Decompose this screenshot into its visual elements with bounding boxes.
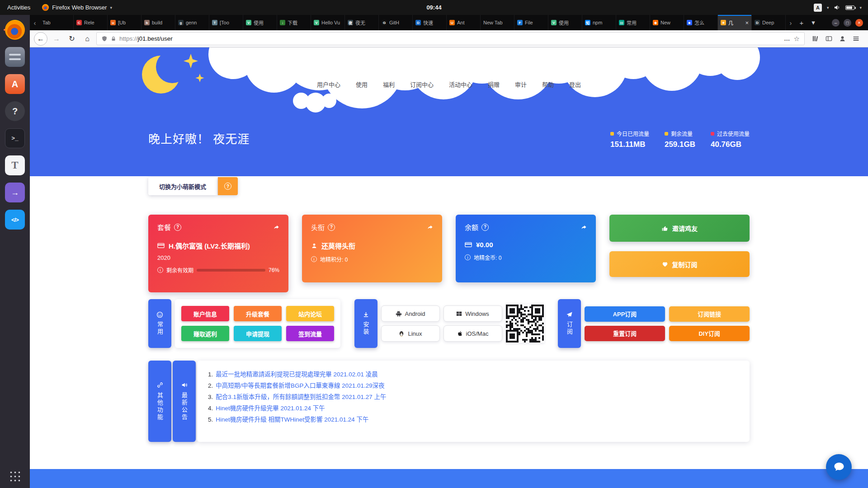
close-button[interactable]: × xyxy=(855,19,863,27)
system-indicators[interactable]: A ▾ ▾ xyxy=(814,4,868,12)
tab-scroll-right-icon[interactable]: › xyxy=(786,15,796,30)
question-icon[interactable]: ? xyxy=(481,224,489,231)
browser-tab[interactable]: C Rele × xyxy=(74,15,108,30)
install-tab[interactable]: 安装 xyxy=(354,299,377,348)
dock-item[interactable] xyxy=(3,208,27,231)
reload-button[interactable]: ↻ xyxy=(66,33,78,45)
browser-tab[interactable]: New Tab × xyxy=(481,15,514,30)
browser-tab[interactable]: ■ 怎么 × xyxy=(684,15,718,30)
new-tab-button[interactable]: + xyxy=(796,15,807,30)
nav-item[interactable]: 订阅中心 xyxy=(410,80,434,89)
share-icon[interactable] xyxy=(273,224,279,230)
browser-tab[interactable]: G GitH × xyxy=(379,15,413,30)
common-action-button[interactable]: 赚取返利 xyxy=(181,326,229,341)
question-icon[interactable]: ? xyxy=(174,224,181,231)
app-menu[interactable]: Firefox Web Browser ▾ xyxy=(38,4,117,11)
dock-item[interactable] xyxy=(3,154,27,177)
common-action-button[interactable]: 申请提现 xyxy=(234,326,282,341)
common-action-button[interactable]: 升级套餐 xyxy=(234,306,282,321)
announcement-link[interactable]: 配合3.1新版本升級，所有餘額調整到抵扣金幣 2021.01.27 上午 xyxy=(216,391,386,403)
browser-tab[interactable]: U Ant × xyxy=(447,15,481,30)
browser-tab[interactable]: D 快速 × xyxy=(413,15,447,30)
browser-tab[interactable]: T [Too × xyxy=(209,15,243,30)
browser-tab[interactable]: V Hello Vu × xyxy=(311,15,345,30)
share-icon[interactable] xyxy=(427,224,433,230)
dock-item[interactable] xyxy=(3,127,27,150)
common-tab[interactable]: 常用 xyxy=(148,299,171,348)
subscribe-action-button[interactable]: APP订阅 xyxy=(585,306,665,322)
back-button[interactable]: ← xyxy=(34,32,47,46)
latest-news-tab[interactable]: 最新公告 xyxy=(173,361,196,442)
browser-tab[interactable]: ↓ 下载 × xyxy=(277,15,311,30)
dock-item[interactable] xyxy=(3,18,27,42)
other-functions-tab[interactable]: 其他功能 xyxy=(148,361,171,442)
nav-item[interactable]: 福利 xyxy=(383,80,395,89)
dock-item[interactable] xyxy=(3,99,27,123)
browser-tab[interactable]: b build × xyxy=(142,15,175,30)
question-icon[interactable]: ? xyxy=(328,224,335,231)
common-action-button[interactable]: 站内论坛 xyxy=(286,306,334,321)
browser-tab[interactable]: 知 npm × xyxy=(582,15,616,30)
url-bar[interactable]: https://j01.best/user … ☆ xyxy=(96,32,805,45)
tab-scroll-left-icon[interactable]: ‹ xyxy=(30,15,40,30)
copy-subscription-button[interactable]: 复制订阅 xyxy=(609,251,750,277)
browser-tab[interactable]: ▤ 常用 × xyxy=(616,15,650,30)
subscribe-action-button[interactable]: DIY订阅 xyxy=(669,326,750,341)
subscribe-action-button[interactable]: 订阅链接 xyxy=(669,306,750,322)
browser-tab[interactable]: F File × xyxy=(514,15,548,30)
share-icon[interactable] xyxy=(580,224,587,230)
platform-button[interactable]: iOS/Mac xyxy=(443,325,502,342)
browser-tab[interactable]: D Deep × xyxy=(752,15,786,30)
shield-icon[interactable] xyxy=(101,36,108,42)
nav-item[interactable]: 活动中心 xyxy=(449,80,472,89)
bookmark-star-icon[interactable]: ☆ xyxy=(794,35,800,43)
home-button[interactable]: ⌂ xyxy=(81,33,94,45)
forward-button[interactable]: → xyxy=(50,33,63,45)
browser-tab[interactable]: ★ 几 × xyxy=(718,15,752,30)
common-action-button[interactable]: 签到流量 xyxy=(286,326,334,341)
announcement-link[interactable]: Hinet機房硬件升級完畢 2021.01.24 下午 xyxy=(216,403,325,414)
dock-item[interactable] xyxy=(3,45,27,69)
browser-tab[interactable]: g genn × xyxy=(175,15,209,30)
page-actions-icon[interactable]: … xyxy=(784,35,791,42)
mode-toggle-help-button[interactable]: ? xyxy=(218,177,238,195)
nav-item[interactable]: 捐赠 xyxy=(488,80,500,89)
announcement-link[interactable]: Hinet機房硬件升級 相關TWHinet受影響 2021.01.24 下午 xyxy=(216,414,368,425)
library-icon[interactable] xyxy=(812,35,819,42)
platform-button[interactable]: Android xyxy=(381,305,440,322)
chat-fab-button[interactable] xyxy=(826,454,852,480)
input-method-icon[interactable]: A xyxy=(814,4,822,12)
browser-tab[interactable]: u [Ub × xyxy=(108,15,142,30)
minimize-button[interactable]: – xyxy=(832,19,840,27)
mode-toggle-button[interactable]: 切换为小萌新模式 xyxy=(148,177,217,195)
battery-icon[interactable] xyxy=(845,5,854,10)
announcement-link[interactable]: 最近一批地精邀請返利提現已提現處理完畢 2021.02.01 凌晨 xyxy=(216,369,378,380)
show-applications-button[interactable] xyxy=(9,470,21,483)
nav-item[interactable]: 用户中心 xyxy=(317,80,340,89)
clock[interactable]: 09:44 xyxy=(426,4,441,11)
tab-close-icon[interactable]: × xyxy=(745,19,749,26)
browser-tab[interactable]: V 使用 × xyxy=(548,15,582,30)
nav-item[interactable]: 使用 xyxy=(356,80,368,89)
volume-icon[interactable] xyxy=(834,4,840,11)
nav-item[interactable]: 登出 xyxy=(569,80,581,89)
menu-hamburger-icon[interactable] xyxy=(853,35,859,42)
subscribe-action-button[interactable]: 重置订阅 xyxy=(585,326,665,341)
platform-button[interactable]: Windows xyxy=(443,305,502,322)
lock-icon[interactable] xyxy=(111,36,116,42)
dock-item[interactable] xyxy=(3,181,27,204)
nav-item[interactable]: 帮助 xyxy=(542,80,554,89)
browser-tab[interactable]: Tab × xyxy=(40,15,74,30)
platform-button[interactable]: Linux xyxy=(381,325,440,342)
browser-tab[interactable]: V 使用 × xyxy=(243,15,277,30)
invite-button[interactable]: 邀请鸡友 xyxy=(609,215,750,242)
subscribe-tab[interactable]: 订阅 xyxy=(558,299,581,348)
sidebar-icon[interactable] xyxy=(826,35,832,42)
activities-button[interactable]: Activities xyxy=(0,0,38,15)
dock-item[interactable] xyxy=(3,72,27,96)
account-icon[interactable] xyxy=(839,35,846,42)
announcement-link[interactable]: 中高短期/中等長期套餐新增BGP入口華東專線 2021.01.29深夜 xyxy=(216,380,385,391)
browser-tab[interactable]: ◆ New × xyxy=(650,15,684,30)
common-action-button[interactable]: 账户信息 xyxy=(181,306,229,321)
tab-list-icon[interactable]: ▾ xyxy=(807,15,819,30)
